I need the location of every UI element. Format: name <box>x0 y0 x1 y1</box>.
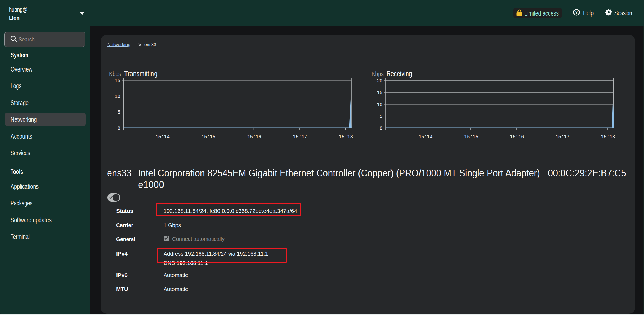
svg-text:00:0C:29:2E:B7:C5: 00:0C:29:2E:B7:C5 <box>548 168 626 178</box>
svg-text:Packages: Packages <box>11 199 32 207</box>
svg-text:15:18: 15:18 <box>339 134 353 140</box>
svg-text:Search: Search <box>18 36 35 43</box>
svg-text:Help: Help <box>583 9 594 17</box>
svg-text:Carrier: Carrier <box>116 222 133 228</box>
svg-text:Accounts: Accounts <box>11 133 32 140</box>
svg-text:Software updates: Software updates <box>11 216 52 224</box>
svg-text:15:14: 15:14 <box>156 134 170 140</box>
svg-text:Logs: Logs <box>11 82 21 90</box>
svg-text:Automatic: Automatic <box>164 272 188 278</box>
svg-text:Transmitting: Transmitting <box>124 69 157 78</box>
svg-text:Session: Session <box>614 9 632 17</box>
svg-text:15:17: 15:17 <box>293 134 307 140</box>
svg-text:Status: Status <box>116 208 133 214</box>
svg-text:10: 10 <box>377 102 382 108</box>
svg-text:Limited access: Limited access <box>524 10 559 17</box>
svg-text:IPv6: IPv6 <box>116 272 128 278</box>
svg-text:Storage: Storage <box>11 99 29 106</box>
svg-text:5: 5 <box>380 114 383 120</box>
svg-text:IPv4: IPv4 <box>116 251 128 257</box>
svg-text:0: 0 <box>118 125 120 131</box>
svg-text:15:18: 15:18 <box>601 134 615 140</box>
svg-text:MTU: MTU <box>116 286 128 292</box>
svg-text:Kbps: Kbps <box>109 70 121 77</box>
svg-text:15:15: 15:15 <box>464 134 478 140</box>
svg-text:15:16: 15:16 <box>247 134 261 140</box>
svg-text:15:15: 15:15 <box>202 134 216 140</box>
svg-text:e1000: e1000 <box>138 179 164 190</box>
svg-text:huong@: huong@ <box>9 6 27 13</box>
svg-text:15:14: 15:14 <box>419 134 433 140</box>
svg-text:ens33: ens33 <box>144 42 156 47</box>
svg-text:Receiving: Receiving <box>386 69 412 78</box>
svg-text:System: System <box>11 51 28 59</box>
svg-text:15: 15 <box>377 90 382 96</box>
svg-text:?: ? <box>575 10 578 15</box>
svg-text:Connect automatically: Connect automatically <box>172 236 225 242</box>
svg-text:Terminal: Terminal <box>11 233 30 240</box>
svg-text:Networking: Networking <box>107 42 130 47</box>
svg-text:20: 20 <box>377 78 382 84</box>
svg-text:1 Gbps: 1 Gbps <box>164 222 181 228</box>
svg-text:Services: Services <box>11 149 30 157</box>
svg-text:Intel Corporation 82545EM Giga: Intel Corporation 82545EM Gigabit Ethern… <box>138 168 540 178</box>
svg-text:General: General <box>116 236 135 242</box>
svg-text:Networking: Networking <box>11 116 37 123</box>
svg-text:15: 15 <box>115 78 120 84</box>
svg-text:5: 5 <box>118 109 120 115</box>
svg-text:15:17: 15:17 <box>556 134 570 140</box>
svg-text:10: 10 <box>115 93 120 100</box>
svg-text:Applications: Applications <box>11 183 39 190</box>
svg-text:0: 0 <box>380 125 383 131</box>
svg-text:Kbps: Kbps <box>372 70 384 77</box>
svg-text:ens33: ens33 <box>107 168 132 178</box>
svg-text:15:16: 15:16 <box>510 134 524 140</box>
svg-text:Automatic: Automatic <box>164 286 188 292</box>
svg-text:Overview: Overview <box>11 65 33 73</box>
svg-text:Tools: Tools <box>11 168 23 175</box>
svg-text:Lion: Lion <box>9 15 20 21</box>
